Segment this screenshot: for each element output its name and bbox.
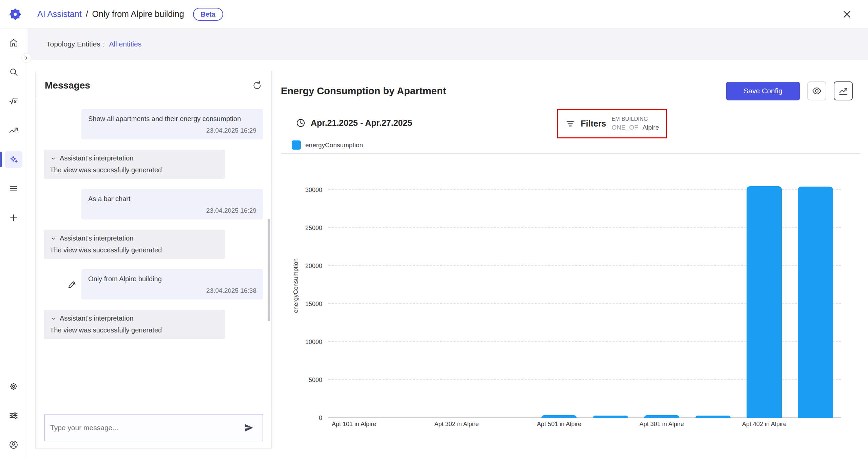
save-config-button[interactable]: Save Config [726, 82, 800, 100]
messages-title: Messages [45, 80, 252, 91]
app-logo-icon [7, 6, 23, 22]
filters-control[interactable]: Filters EM BUILDING ONE_OF Alpire [558, 116, 666, 131]
topology-bar: Topology Entities : All entities [27, 28, 868, 60]
chart-bar[interactable] [747, 186, 782, 418]
chevron-down-icon [50, 155, 57, 162]
interpretation-toggle[interactable]: Assistant's interpretation [50, 314, 219, 322]
bar-slot [534, 415, 585, 418]
sidebar-item-settings[interactable] [5, 378, 22, 395]
message-text: Only from Alpire building [88, 274, 256, 284]
topology-all-entities-link[interactable]: All entities [109, 40, 141, 48]
left-sidebar [0, 28, 27, 459]
annotation-highlight: Filters EM BUILDING ONE_OF Alpire [557, 109, 667, 138]
x-tick-label: Apt 101 in Alpire [328, 421, 380, 428]
send-icon [244, 423, 254, 433]
y-tick-label: 5000 [309, 377, 322, 383]
breadcrumb-ai-assistant[interactable]: AI Assistant [37, 9, 82, 19]
divider [281, 153, 861, 154]
message-timestamp: 23.04.2025 16:38 [88, 287, 256, 294]
message-input-container [44, 414, 263, 441]
x-tick-label [687, 421, 738, 428]
scrollbar-thumb[interactable] [268, 219, 270, 321]
y-axis-title: energyConsumption [292, 258, 300, 313]
x-tick-label: Apt 501 in Alpire [534, 421, 585, 428]
preview-button[interactable] [807, 81, 826, 100]
date-range-control[interactable]: Apr.21.2025 - Apr.27.2025 [296, 118, 412, 128]
sidebar-item-search[interactable] [5, 63, 22, 81]
filter-operator: ONE_OF [612, 124, 638, 131]
interpretation-body: The view was successfully generated [50, 326, 219, 334]
x-tick-label: Apt 301 in Alpire [636, 421, 687, 428]
interpretation-body: The view was successfully generated [50, 166, 219, 174]
bar-slot [739, 186, 790, 418]
chart-bar[interactable] [593, 416, 628, 418]
sidebar-collapse-handle[interactable] [21, 53, 31, 63]
bar-slot [790, 187, 841, 418]
home-icon [9, 38, 18, 47]
x-tick-label [790, 421, 841, 428]
refresh-icon [252, 80, 262, 91]
formula-icon [9, 96, 18, 106]
chevron-down-icon [50, 315, 57, 322]
chart-title: Energy Consumption by Apartment [281, 85, 726, 97]
message-input[interactable] [50, 424, 241, 432]
page-title: Only from Alpire building [92, 9, 184, 19]
eye-icon [812, 86, 822, 96]
interpretation-body: The view was successfully generated [50, 246, 219, 254]
messages-panel: Messages Show all apartments and their e… [35, 71, 272, 448]
sidebar-item-trends[interactable] [5, 121, 22, 139]
sidebar-item-home[interactable] [5, 34, 22, 52]
send-button[interactable] [241, 420, 257, 436]
chart-view-button[interactable] [834, 81, 853, 100]
x-tick-label [380, 421, 431, 428]
refresh-button[interactable] [252, 80, 262, 91]
filter-icon [565, 119, 575, 129]
interpretation-toggle[interactable]: Assistant's interpretation [50, 154, 219, 162]
sidebar-item-formulas[interactable] [5, 92, 22, 110]
pencil-icon [67, 280, 77, 289]
date-range-text: Apr.21.2025 - Apr.27.2025 [311, 118, 412, 128]
topology-label: Topology Entities : [46, 40, 104, 48]
app-header: AI Assistant / Only from Alpire building… [0, 0, 868, 28]
interpretation-title: Assistant's interpretation [60, 314, 133, 322]
beta-badge: Beta [193, 8, 223, 21]
close-icon [841, 8, 853, 20]
user-message-bubble: As a bar chart 23.04.2025 16:29 [81, 189, 263, 219]
message-timestamp: 23.04.2025 16:29 [88, 207, 256, 214]
chart-bar[interactable] [695, 416, 731, 418]
assistant-interpretation: Assistant's interpretation The view was … [44, 310, 225, 339]
chart-bar[interactable] [798, 187, 833, 418]
y-tick-label: 15000 [305, 301, 322, 307]
chevron-down-icon [50, 235, 57, 242]
user-message: As a bar chart 23.04.2025 16:29 [44, 189, 263, 219]
message-timestamp: 23.04.2025 16:29 [88, 127, 256, 134]
x-tick-label: Apt 402 in Alpire [739, 421, 790, 428]
bar-chart: 050001000015000200002500030000 [328, 180, 841, 418]
y-tick-label: 0 [319, 415, 322, 421]
legend-label: energyConsumption [305, 141, 363, 149]
sidebar-item-preferences[interactable] [5, 407, 22, 424]
y-tick-label: 20000 [305, 263, 322, 269]
user-message-bubble: Show all apartments and their energy con… [81, 109, 263, 139]
x-tick-label: Apt 302 in Alpire [431, 421, 482, 428]
chart-bar[interactable] [541, 415, 577, 418]
bar-slot [636, 415, 687, 418]
edit-message-button[interactable] [67, 280, 77, 289]
chart-legend[interactable]: energyConsumption [292, 140, 363, 150]
filter-field: EM BUILDING [612, 116, 659, 122]
close-button[interactable] [841, 8, 853, 20]
x-tick-label [585, 421, 636, 428]
chart-bar[interactable] [644, 415, 679, 418]
y-tick-label: 25000 [305, 225, 322, 231]
sidebar-item-ai-assistant[interactable] [5, 151, 22, 168]
sidebar-item-add[interactable] [5, 209, 22, 227]
interpretation-title: Assistant's interpretation [60, 154, 133, 162]
search-icon [9, 67, 18, 77]
bar-slot [585, 416, 636, 418]
messages-list: Show all apartments and their energy con… [36, 100, 271, 339]
sidebar-item-menu[interactable] [5, 180, 22, 197]
assistant-interpretation: Assistant's interpretation The view was … [44, 150, 225, 179]
settings-gear-icon [9, 382, 18, 391]
interpretation-toggle[interactable]: Assistant's interpretation [50, 234, 219, 242]
sidebar-item-account[interactable] [5, 436, 22, 454]
